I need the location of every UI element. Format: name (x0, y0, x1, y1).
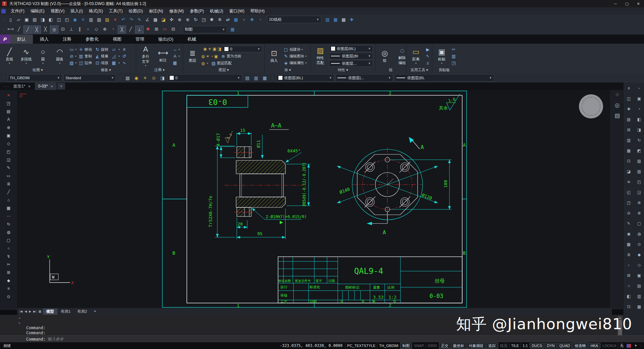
erase-icon[interactable]: ✕ (111, 16, 119, 23)
redo-icon[interactable]: ↷ (127, 16, 135, 23)
rt-cross-icon[interactable]: ▨ (636, 168, 642, 174)
rt-odiamond-icon[interactable]: ◇ (636, 262, 642, 268)
insert-block-button[interactable]: ⊡插入 (267, 49, 281, 63)
delete-button[interactable]: ✕ (121, 46, 129, 53)
rt-lhalf-icon[interactable]: ◧ (626, 293, 632, 299)
trim-button[interactable]: ▱▾ (111, 46, 120, 53)
line-45-icon[interactable]: ╱ (15, 26, 23, 33)
dimension-button[interactable]: ⟷标注 (156, 45, 170, 67)
status-toggle[interactable]: LOCKUI (600, 343, 618, 348)
ribbon-tab[interactable]: 视图 (106, 35, 128, 44)
status-toggle[interactable]: HKA (588, 343, 600, 348)
document-tab[interactable]: 0-03*✕ (35, 83, 57, 90)
table-tool-icon[interactable]: ≣ (5, 181, 12, 187)
set-current-layer-button[interactable]: ⊕置为当前 (220, 53, 242, 59)
paste-clip-icon[interactable]: ▧ (95, 16, 103, 23)
rt-dot-icon[interactable]: ▫ (636, 85, 642, 91)
make-current-icon[interactable]: ▤ (244, 74, 251, 82)
menu-item[interactable]: 编辑(E) (28, 8, 48, 15)
layer-match-button[interactable]: ▨图层匹配 (210, 60, 232, 66)
rt-plusbox-icon[interactable]: ⊞ (626, 272, 632, 279)
arc-button[interactable]: ◠圆弧▾ (52, 48, 67, 64)
lock-icon[interactable]: ⊙ (150, 74, 158, 82)
snap-quadrant-icon[interactable]: ◇ (93, 26, 100, 33)
ucs-z-icon[interactable]: ⊟ (169, 26, 177, 33)
rt-vlines-icon[interactable]: ▥ (636, 293, 642, 299)
rt-filled-icon[interactable]: ▣ (636, 272, 642, 279)
ribbon-tab[interactable]: 机械 (180, 35, 203, 44)
panel-title-block[interactable]: 块 ▾ (265, 67, 311, 73)
cut-icon[interactable]: ✂ (450, 46, 457, 53)
rt-sq-icon[interactable]: ▢ (636, 220, 642, 227)
draft-style-combo[interactable]: 制图▼ (183, 26, 227, 33)
object-linetype-combo[interactable]: 依图层(...▼ (335, 74, 393, 82)
status-toggle[interactable]: TILE (509, 343, 521, 348)
add-icon[interactable]: ✚ (248, 16, 256, 23)
status-toggle[interactable]: 追踪 (486, 343, 498, 349)
rt-cells-icon[interactable]: ▦ (636, 304, 642, 310)
status-toggle[interactable]: 候选物 (573, 343, 588, 349)
text-tool-icon[interactable]: A (5, 116, 12, 123)
edit-attr-button[interactable]: ◈编辑属性▾ (283, 60, 307, 66)
rt-pen-icon[interactable]: ✎ (626, 220, 632, 227)
panel-title-layers[interactable]: 图层 ▾ (183, 67, 264, 73)
rt-cols-icon[interactable]: ▥ (626, 137, 632, 143)
object-color-combo[interactable]: 依图层(BL)▼ (276, 74, 334, 82)
layout-tab[interactable]: 布局1 (57, 308, 74, 315)
dim-style-combo[interactable]: TH_GBDIM▼ (8, 74, 62, 82)
zoom-previous-icon[interactable]: ↻ (192, 16, 200, 23)
switch-window-icon[interactable]: ⇄ (224, 16, 232, 23)
measure-icon[interactable]: ∠ (144, 16, 151, 23)
panel-title-clipboard[interactable]: 剪贴板 (432, 67, 456, 73)
menu-item[interactable]: 窗口(W) (226, 8, 247, 15)
layer-state-icon[interactable]: ▦ (261, 74, 269, 82)
snap-nearest-icon[interactable]: • (109, 26, 117, 33)
panel-title-utils[interactable]: 实用工具 ▾ (407, 67, 432, 73)
rt-tr-icon[interactable]: ◳ (626, 200, 632, 206)
move-button[interactable]: ✛移动 (78, 46, 94, 53)
status-toggle[interactable]: DYN (545, 343, 556, 348)
ortho-line-icon[interactable]: ⟷ (7, 26, 14, 33)
snap-extension-icon[interactable]: ⊥ (135, 26, 144, 34)
offset-button[interactable]: ↺ (121, 53, 129, 59)
rt-diamond-icon[interactable]: ◆ (636, 252, 642, 258)
rt-node-icon[interactable]: ⊡ (626, 304, 632, 310)
ucs-world-icon[interactable]: ⊞ (153, 26, 160, 33)
grid-style-icon[interactable]: ▦ (229, 26, 236, 33)
layer-prev-icon[interactable]: ▥ (252, 74, 260, 82)
blocks-icon[interactable]: ▫ (240, 16, 248, 23)
sun-icon[interactable]: ☀ (141, 74, 149, 82)
status-toggle[interactable]: 无 (618, 343, 625, 349)
layer-walk-icons[interactable]: ◍ ◔ (201, 61, 208, 66)
style-tool-4-icon[interactable]: ✚ (348, 16, 356, 23)
color-combo[interactable]: 依图层(BL)▼ (329, 45, 373, 52)
rt-panel-icon[interactable]: ◨ (636, 127, 642, 133)
rect-tool-icon[interactable]: ▭ (5, 172, 12, 179)
grid-tool-icon[interactable]: ▦ (5, 205, 12, 211)
snap-intersection-icon[interactable]: ⊕ (101, 26, 109, 33)
linetype-combo[interactable]: 依图层(Bl▼ (329, 53, 373, 59)
toolbar-grip[interactable]: ⋮ (2, 76, 5, 80)
menu-item[interactable]: 帮助(H) (248, 8, 268, 15)
toolbar-grip[interactable]: ⋮ (2, 18, 5, 21)
rt-dotc-icon[interactable]: ⊙ (636, 241, 642, 247)
zoom-window-icon[interactable]: ⊕ (184, 16, 192, 23)
group-button[interactable]: ◎组 (377, 47, 392, 65)
maximize-button[interactable]: ▢ (621, 0, 633, 7)
steering-wheel-icon[interactable]: ◎ (615, 102, 620, 109)
circle-button[interactable]: ○圆▾ (36, 48, 50, 64)
minimize-button[interactable]: ─ (610, 0, 621, 7)
command-input[interactable]: Command: 输入命令 (0, 335, 644, 343)
new-document-tab[interactable]: + (57, 83, 65, 90)
rt-minus-icon[interactable]: ⊖ (626, 210, 632, 216)
list-tool-icon[interactable]: ▤ (5, 108, 12, 115)
nav-grip-icon[interactable]: ⁘ (615, 91, 620, 98)
settings-b-icon[interactable]: ✲ (216, 16, 224, 23)
hatch-tool-icon[interactable]: ▩ (152, 16, 159, 23)
status-toggle[interactable]: QUAD (557, 343, 572, 348)
block-tool-icon[interactable]: ▣ (5, 132, 12, 139)
snap-tangent-icon[interactable]: ○ (84, 26, 92, 33)
print-preview-icon[interactable]: ◧ (47, 16, 55, 23)
trim-tool-icon[interactable]: ✂ (5, 261, 12, 268)
region-icon[interactable]: ◪ (160, 16, 167, 23)
